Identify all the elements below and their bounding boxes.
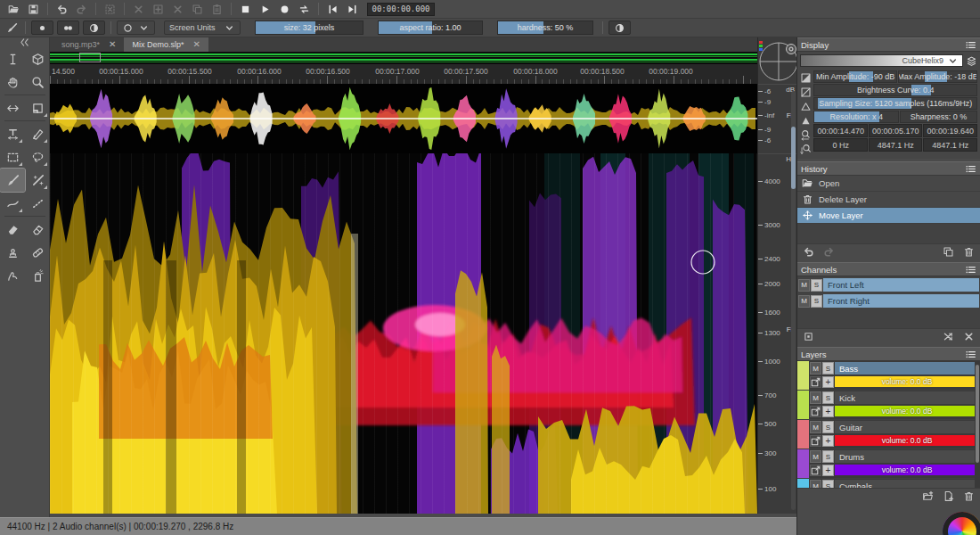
close-icon[interactable]: ✕ [192,40,200,49]
layer-mute-button[interactable]: M [810,450,821,463]
add-selection-button[interactable] [149,2,167,17]
vertical-scrollbar[interactable] [791,91,796,510]
channel-mute-button[interactable]: M [798,295,810,308]
channel-solo-button[interactable]: S [811,295,822,308]
layer-row-drums[interactable]: M S Drums + volume: 0.0 dB [797,449,980,478]
layer-volume-bar[interactable]: volume: 0.0 dB [835,435,979,446]
tool-curve[interactable] [0,192,25,215]
history-undo-icon[interactable] [803,246,814,258]
panel-menu-icon[interactable] [965,264,976,276]
layer-mute-button[interactable]: M [810,480,821,488]
tool-3d-view[interactable] [25,47,50,70]
brush-mode-double-button[interactable] [57,21,79,35]
channel-matrix-icon[interactable] [803,331,814,342]
layer-name[interactable]: Drums [835,450,979,463]
delete-layer-icon[interactable] [963,490,975,502]
frequency-min-value[interactable]: 0 Hz [813,138,868,152]
max-amplitude-field[interactable]: Max Amplitude: -18 dB [898,70,977,83]
layer-add-button[interactable]: + [822,435,834,447]
layers-stack-icon[interactable] [966,55,977,67]
scrollbar-thumb[interactable] [976,365,979,463]
scrollbar-thumb[interactable] [791,127,796,189]
tab-song-mp3[interactable]: song.mp3*✕ [53,37,124,52]
units-dropdown[interactable]: Screen Units [164,21,241,35]
spectrogram-view[interactable] [50,153,757,514]
layer-transform-button[interactable] [810,435,821,447]
channel-row-front-left[interactable]: M S Front Left [797,277,980,292]
tool-eraser[interactable] [0,218,25,241]
transport-time-display[interactable]: 00:00:00.000 [367,3,435,16]
channel-name[interactable]: Front Right [823,294,979,308]
trash-icon[interactable] [963,246,975,258]
stop-button[interactable] [236,2,255,17]
tool-heal[interactable] [25,241,50,264]
layer-volume-bar[interactable]: volume: 0.0 dB [835,465,979,475]
duplicate-icon[interactable] [943,246,954,258]
navigation-compass[interactable] [758,37,797,84]
layer-add-button[interactable]: + [822,465,834,476]
brush-shape-dropdown[interactable] [117,21,155,35]
curve-outline-icon[interactable] [800,99,812,113]
tool-rectangle-select[interactable] [0,145,25,169]
remove-channel-icon[interactable] [963,331,975,342]
timeline-ruler[interactable]: 14.500 00:00:15.000 00:00:15.500 00:00:1… [50,64,757,84]
panel-menu-icon[interactable] [965,349,976,360]
amplitude-map-outline-icon[interactable] [800,85,812,99]
tool-time-cursor[interactable] [0,47,25,70]
waveform-view[interactable] [50,84,757,153]
layer-name[interactable]: Bass [835,362,979,374]
go-to-end-button[interactable] [343,2,362,17]
tool-clone-stamp[interactable] [0,241,25,264]
colormap-selector[interactable]: CubeHelix9 [800,54,963,67]
history-item-open[interactable]: Open [797,176,980,192]
copy-button[interactable] [188,2,207,17]
brightness-curve-field[interactable]: Brightness Curve: 0.4 [813,84,977,96]
swap-channels-icon[interactable] [943,331,954,342]
layer-solo-button[interactable]: S [822,450,834,463]
channel-row-front-right[interactable]: M S Front Right [797,293,980,309]
panel-menu-icon[interactable] [965,39,976,51]
channel-mute-button[interactable]: M [798,279,810,292]
zoom-time-icon[interactable] [800,128,812,142]
layer-row-cymbals[interactable]: M S Cymbals + volume: 0.0 dB [797,479,980,488]
new-group-icon[interactable] [922,490,934,502]
overview-view-rectangle[interactable] [79,53,101,62]
selection-length-time[interactable]: 00:00:05.170 [869,124,923,137]
layer-add-button[interactable]: + [822,406,834,417]
amplitude-map-filled-icon[interactable] [800,70,812,85]
history-item-delete-layer[interactable]: Delete Layer [797,192,980,208]
tool-zoom[interactable] [25,70,50,94]
layer-solo-button[interactable]: S [822,421,834,433]
new-layer-icon[interactable] [943,490,954,502]
layer-solo-button[interactable]: S [822,480,834,488]
collapse-palette-button[interactable] [0,37,49,47]
remove-selection-button[interactable] [168,2,187,17]
frequency-max-value[interactable]: 4847.1 Hz [923,138,977,152]
tool-frame-select[interactable] [25,96,50,119]
record-button[interactable] [275,2,294,17]
curve-filled-icon[interactable] [800,113,812,128]
go-to-start-button[interactable] [323,2,342,17]
tool-pen[interactable] [25,122,50,145]
channel-solo-button[interactable]: S [811,279,822,292]
tool-eraser-alt[interactable] [25,218,50,241]
brush-size-field[interactable]: size: 32 pixels [255,21,363,35]
layer-mute-button[interactable]: M [810,391,821,404]
hardness-field[interactable]: hardness: 50 % [497,21,593,35]
sampling-size-field[interactable]: Sampling Size: 5120 samples (116ms/9Hz) [813,97,977,110]
resolution-field[interactable]: Resolution: x 4 [813,111,899,123]
layer-name[interactable]: Cymbals [835,480,979,488]
frequency-range-value[interactable]: 4847.1 Hz [869,138,923,152]
layer-volume-bar[interactable]: volume: 0.0 dB [835,376,979,387]
layer-volume-bar[interactable]: volume: 0.0 dB [835,406,979,416]
layer-row-kick[interactable]: M S Kick + volume: 0.0 dB [797,391,980,419]
tool-hand[interactable] [0,70,25,94]
layer-name[interactable]: Guitar [835,421,979,433]
layer-transform-button[interactable] [810,465,821,476]
brush-mode-dot-button[interactable] [31,21,53,35]
save-button[interactable] [24,2,43,17]
tool-spray[interactable] [25,264,50,287]
tool-magic-wand[interactable] [25,169,50,192]
tool-lasso-select[interactable] [25,145,50,169]
channel-name[interactable]: Front Left [823,278,979,292]
